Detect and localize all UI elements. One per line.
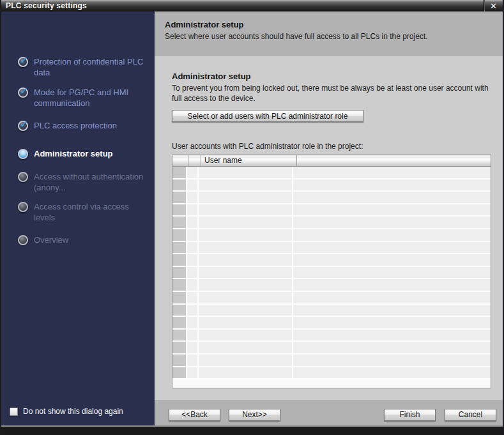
table-cell[interactable] [199, 305, 293, 316]
table-cell[interactable] [199, 192, 293, 203]
wizard-step-6[interactable]: Access control via access levels [18, 201, 149, 223]
table-cell[interactable] [293, 254, 491, 266]
select-add-users-button[interactable]: Select or add users with PLC administrat… [172, 110, 363, 122]
wizard-step-4[interactable]: Administrator setup [18, 148, 149, 159]
table-cell[interactable] [199, 292, 293, 303]
table-cell[interactable] [187, 330, 199, 341]
table-cell[interactable] [199, 267, 293, 279]
table-cell[interactable] [199, 217, 293, 228]
table-cell[interactable] [187, 279, 199, 291]
table-cell[interactable] [199, 179, 293, 191]
wizard-step-2[interactable]: ✓Mode for PG/PC and HMI communication [18, 87, 149, 109]
table-row[interactable] [172, 342, 491, 355]
table-cell[interactable] [199, 355, 293, 366]
row-selector-cell[interactable] [172, 254, 187, 266]
row-selector-cell[interactable] [172, 292, 187, 303]
wizard-step-5[interactable]: Access without authentication (anony... [18, 171, 149, 193]
close-button[interactable]: ✕ [484, 0, 503, 11]
table-row[interactable] [172, 367, 491, 380]
table-row[interactable] [172, 217, 491, 229]
table-cell[interactable] [187, 367, 199, 379]
wizard-step-1[interactable]: ✓Protection of confidential PLC data [18, 56, 149, 78]
table-cell[interactable] [199, 317, 293, 328]
cancel-button[interactable]: Cancel [445, 409, 496, 421]
table-row[interactable] [172, 330, 491, 342]
table-row[interactable] [172, 267, 491, 280]
table-cell[interactable] [293, 292, 491, 303]
table-cell[interactable] [199, 254, 293, 266]
row-selector-cell[interactable] [172, 330, 187, 341]
row-selector-cell[interactable] [172, 217, 187, 228]
table-cell[interactable] [199, 367, 293, 379]
row-selector-cell[interactable] [172, 179, 187, 191]
finish-button[interactable]: Finish [384, 409, 436, 421]
row-selector-cell[interactable] [172, 267, 187, 279]
table-row[interactable] [172, 355, 491, 367]
row-selector-cell[interactable] [172, 167, 187, 178]
table-cell[interactable] [199, 167, 293, 178]
table-cell[interactable] [187, 267, 199, 279]
column-header-user-name[interactable]: User name [201, 155, 297, 166]
table-cell[interactable] [187, 305, 199, 316]
table-row[interactable] [172, 254, 491, 267]
table-cell[interactable] [293, 192, 491, 203]
table-cell[interactable] [187, 242, 199, 254]
table-cell[interactable] [199, 342, 293, 353]
row-selector-cell[interactable] [172, 355, 187, 366]
table-cell[interactable] [187, 317, 199, 328]
table-cell[interactable] [293, 367, 491, 379]
table-cell[interactable] [187, 254, 199, 266]
wizard-step-3[interactable]: ✓PLC access protection [18, 120, 149, 131]
table-cell[interactable] [293, 267, 491, 279]
table-cell[interactable] [187, 355, 199, 366]
row-selector-cell[interactable] [172, 367, 187, 379]
table-row[interactable] [172, 204, 491, 217]
table-cell[interactable] [293, 305, 491, 316]
table-row[interactable] [172, 292, 491, 305]
table-cell[interactable] [187, 292, 199, 303]
table-cell[interactable] [293, 242, 491, 254]
table-row[interactable] [172, 279, 491, 292]
table-cell[interactable] [187, 179, 199, 191]
table-cell[interactable] [293, 279, 491, 291]
row-selector-cell[interactable] [172, 192, 187, 203]
dont-show-again-option[interactable]: Do not show this dialog again [10, 407, 123, 416]
table-cell[interactable] [293, 167, 491, 178]
table-row[interactable] [172, 167, 491, 179]
table-cell[interactable] [293, 330, 491, 341]
row-selector-cell[interactable] [172, 342, 187, 353]
row-selector-cell[interactable] [172, 204, 187, 216]
table-cell[interactable] [199, 279, 293, 291]
table-cell[interactable] [187, 167, 199, 178]
table-row[interactable] [172, 229, 491, 242]
table-row[interactable] [172, 179, 491, 192]
table-cell[interactable] [293, 204, 491, 216]
table-cell[interactable] [187, 229, 199, 241]
table-cell[interactable] [293, 317, 491, 328]
row-selector-cell[interactable] [172, 229, 187, 241]
back-button[interactable]: <<Back [169, 409, 220, 421]
table-cell[interactable] [293, 342, 491, 353]
table-cell[interactable] [293, 179, 491, 191]
table-cell[interactable] [187, 342, 199, 353]
table-cell[interactable] [293, 229, 491, 241]
wizard-step-7[interactable]: Overview [18, 234, 149, 245]
row-selector-cell[interactable] [172, 242, 187, 254]
table-cell[interactable] [187, 192, 199, 203]
table-row[interactable] [172, 305, 491, 317]
row-selector-cell[interactable] [172, 279, 187, 291]
row-selector-cell[interactable] [172, 305, 187, 316]
table-cell[interactable] [199, 229, 293, 241]
table-cell[interactable] [199, 242, 293, 254]
next-button[interactable]: Next>> [229, 409, 280, 421]
dont-show-again-checkbox[interactable] [10, 408, 18, 416]
table-cell[interactable] [187, 204, 199, 216]
table-row[interactable] [172, 242, 491, 255]
table-cell[interactable] [187, 217, 199, 228]
table-row[interactable] [172, 192, 491, 204]
table-cell[interactable] [199, 204, 293, 216]
row-selector-cell[interactable] [172, 317, 187, 328]
table-cell[interactable] [199, 330, 293, 341]
table-cell[interactable] [293, 217, 491, 228]
table-cell[interactable] [293, 355, 491, 366]
